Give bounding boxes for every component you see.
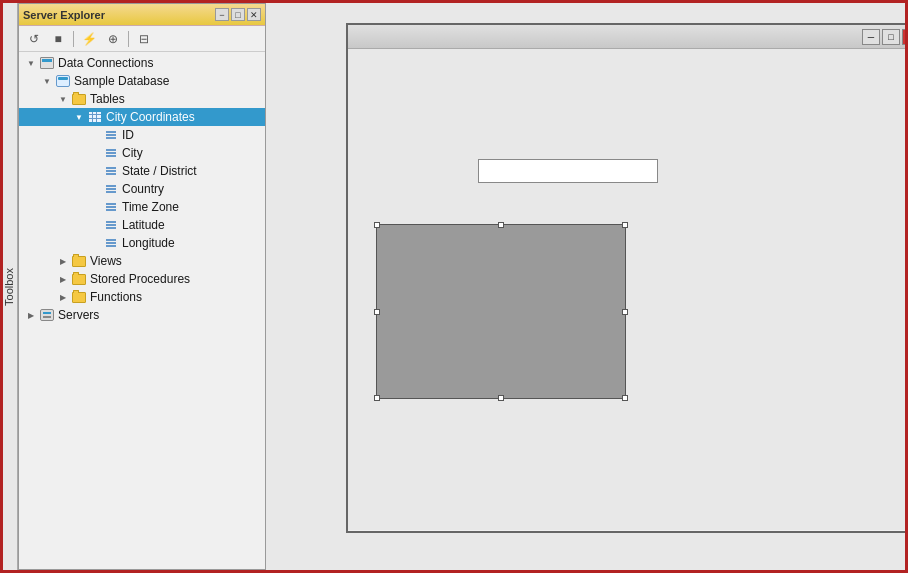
column-city-label: City: [122, 146, 143, 160]
pin-button[interactable]: −: [215, 8, 229, 21]
resize-handle-tc[interactable]: [498, 222, 504, 228]
folder-icon: [71, 91, 87, 107]
column-country-item[interactable]: Country: [19, 180, 265, 198]
refresh-icon: ↺: [29, 32, 39, 46]
resize-handle-bc[interactable]: [498, 395, 504, 401]
column-state-label: State / District: [122, 164, 197, 178]
stored-procedures-folder-icon: [71, 271, 87, 287]
inner-window-titlebar: ─ □ ✕: [348, 25, 908, 49]
functions-label: Functions: [90, 290, 142, 304]
sample-database-label: Sample Database: [74, 74, 169, 88]
city-coordinates-label: City Coordinates: [106, 110, 195, 124]
connect-button[interactable]: ⚡: [78, 29, 100, 49]
column-icon-country: [103, 181, 119, 197]
column-longitude-expander: [87, 235, 103, 251]
connect-db-button[interactable]: ⊕: [102, 29, 124, 49]
maximize-button[interactable]: □: [882, 29, 900, 45]
canvas-textbox[interactable]: [478, 159, 658, 183]
stop-button[interactable]: ■: [47, 29, 69, 49]
table-icon: [87, 109, 103, 125]
column-latitude-expander: [87, 217, 103, 233]
sample-database-expander[interactable]: [39, 73, 55, 89]
column-icon-timezone: [103, 199, 119, 215]
connect-db-icon: ⊕: [108, 32, 118, 46]
toolbox-label: Toolbox: [3, 268, 15, 306]
column-timezone-item[interactable]: Time Zone: [19, 198, 265, 216]
functions-expander[interactable]: [55, 289, 71, 305]
column-state-expander: [87, 163, 103, 179]
column-latitude-item[interactable]: Latitude: [19, 216, 265, 234]
city-coordinates-expander[interactable]: [71, 109, 87, 125]
stop-icon: ■: [54, 32, 61, 46]
filter-icon: ⊟: [139, 32, 149, 46]
stored-procedures-expander[interactable]: [55, 271, 71, 287]
column-city-item[interactable]: City: [19, 144, 265, 162]
data-connections-icon: [39, 55, 55, 71]
refresh-button[interactable]: ↺: [23, 29, 45, 49]
column-longitude-item[interactable]: Longitude: [19, 234, 265, 252]
views-item[interactable]: Views: [19, 252, 265, 270]
stored-procedures-item[interactable]: Stored Procedures: [19, 270, 265, 288]
sample-database-item[interactable]: Sample Database: [19, 72, 265, 90]
column-icon-id: [103, 127, 119, 143]
connect-icon: ⚡: [82, 32, 97, 46]
database-icon: [55, 73, 71, 89]
servers-item[interactable]: Servers: [19, 306, 265, 324]
column-id-label: ID: [122, 128, 134, 142]
resize-handle-tl[interactable]: [374, 222, 380, 228]
column-longitude-label: Longitude: [122, 236, 175, 250]
column-icon-longitude: [103, 235, 119, 251]
column-icon-state: [103, 163, 119, 179]
stored-procedures-label: Stored Procedures: [90, 272, 190, 286]
resize-handle-mr[interactable]: [622, 309, 628, 315]
close-window-button[interactable]: ✕: [902, 29, 908, 45]
main-area: ─ □ ✕: [266, 3, 905, 570]
column-country-label: Country: [122, 182, 164, 196]
resize-handle-bl[interactable]: [374, 395, 380, 401]
data-connections-expander[interactable]: [23, 55, 39, 71]
server-explorer-titlebar: Server Explorer − □ ✕: [19, 4, 265, 26]
tables-item[interactable]: Tables: [19, 90, 265, 108]
tables-expander[interactable]: [55, 91, 71, 107]
data-connections-label: Data Connections: [58, 56, 153, 70]
servers-icon: [39, 307, 55, 323]
views-expander[interactable]: [55, 253, 71, 269]
server-explorer-title: Server Explorer: [23, 9, 105, 21]
column-id-item[interactable]: ID: [19, 126, 265, 144]
views-folder-icon: [71, 253, 87, 269]
views-label: Views: [90, 254, 122, 268]
toolbar-separator-2: [128, 31, 129, 47]
filter-button[interactable]: ⊟: [133, 29, 155, 49]
column-country-expander: [87, 181, 103, 197]
column-timezone-label: Time Zone: [122, 200, 179, 214]
resize-handle-br[interactable]: [622, 395, 628, 401]
column-id-expander: [87, 127, 103, 143]
close-button[interactable]: ✕: [247, 8, 261, 21]
servers-label: Servers: [58, 308, 99, 322]
float-button[interactable]: □: [231, 8, 245, 21]
tables-label: Tables: [90, 92, 125, 106]
minimize-button[interactable]: ─: [862, 29, 880, 45]
toolbox-strip[interactable]: Toolbox: [0, 3, 18, 570]
functions-folder-icon: [71, 289, 87, 305]
city-coordinates-item[interactable]: City Coordinates: [19, 108, 265, 126]
column-icon-city: [103, 145, 119, 161]
title-buttons: − □ ✕: [215, 8, 261, 21]
column-icon-latitude: [103, 217, 119, 233]
toolbar-separator-1: [73, 31, 74, 47]
server-explorer-toolbar: ↺ ■ ⚡ ⊕ ⊟: [19, 26, 265, 52]
functions-item[interactable]: Functions: [19, 288, 265, 306]
server-explorer-panel: Server Explorer − □ ✕ ↺ ■ ⚡ ⊕ ⊟: [18, 3, 266, 570]
column-timezone-expander: [87, 199, 103, 215]
data-connections-item[interactable]: Data Connections: [19, 54, 265, 72]
servers-expander[interactable]: [23, 307, 39, 323]
column-state-item[interactable]: State / District: [19, 162, 265, 180]
resize-handle-ml[interactable]: [374, 309, 380, 315]
column-city-expander: [87, 145, 103, 161]
server-explorer-tree: Data Connections Sample Database Tables: [19, 52, 265, 569]
column-latitude-label: Latitude: [122, 218, 165, 232]
inner-window-content: [348, 49, 908, 530]
inner-window: ─ □ ✕: [346, 23, 908, 533]
canvas-picturebox[interactable]: [376, 224, 626, 399]
resize-handle-tr[interactable]: [622, 222, 628, 228]
